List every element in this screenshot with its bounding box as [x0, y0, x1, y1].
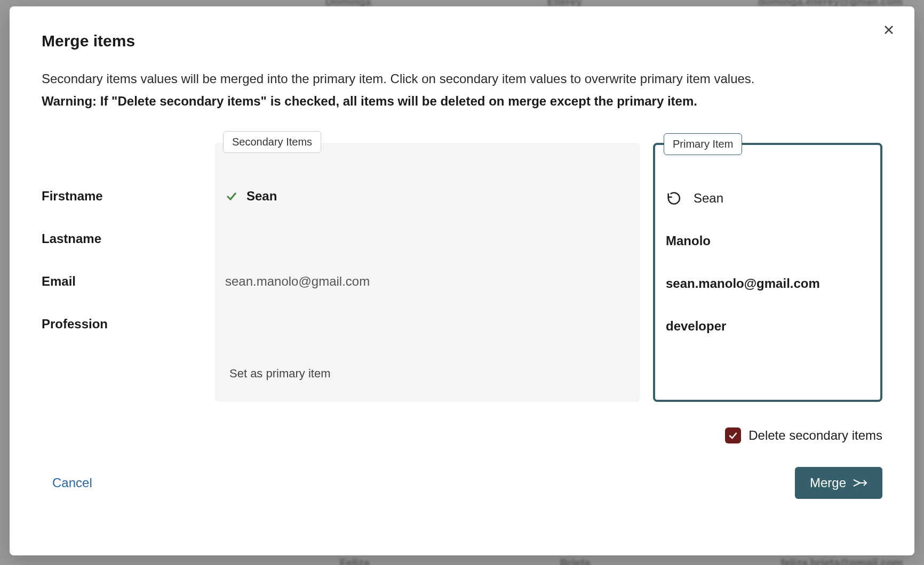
bg-firstname-bottom: Feliza	[340, 557, 370, 565]
set-as-primary-button[interactable]: Set as primary item	[214, 367, 640, 381]
close-button[interactable]	[882, 23, 895, 38]
close-icon	[882, 23, 895, 36]
primary-email-row[interactable]: sean.manolo@gmail.com	[655, 262, 880, 305]
field-label-lastname: Lastname	[42, 217, 202, 260]
bg-email-bottom: feliza.brieta@gmail.com	[781, 557, 903, 565]
primary-firstname-value: Sean	[694, 191, 723, 206]
field-labels-column: Firstname Lastname Email Profession	[42, 143, 202, 402]
merge-grid: Firstname Lastname Email Profession Seco…	[42, 143, 882, 402]
delete-secondary-label: Delete secondary items	[748, 428, 882, 443]
field-label-email: Email	[42, 260, 202, 303]
primary-email-value: sean.manolo@gmail.com	[666, 276, 820, 291]
bg-table-row-bottom: Feliza Brieta feliza.brieta@gmail.com	[0, 557, 924, 565]
field-label-profession: Profession	[42, 303, 202, 345]
primary-lastname-row[interactable]: Manolo	[655, 220, 880, 262]
secondary-lastname-row[interactable]	[214, 217, 640, 260]
primary-lastname-value: Manolo	[666, 233, 711, 248]
merge-dialog: Merge items Secondary items values will …	[10, 6, 914, 555]
secondary-profession-row[interactable]	[214, 303, 640, 345]
primary-profession-row[interactable]: developer	[655, 305, 880, 348]
dialog-warning: Warning: If "Delete secondary items" is …	[42, 92, 882, 111]
field-label-firstname: Firstname	[42, 175, 202, 217]
primary-item-panel: Primary Item Sean Manolo sean.manolo@gma…	[653, 143, 882, 402]
dialog-title: Merge items	[42, 32, 882, 50]
primary-firstname-row[interactable]: Sean	[655, 177, 880, 220]
dialog-description: Secondary items values will be merged in…	[42, 69, 882, 88]
check-icon	[225, 190, 238, 203]
secondary-items-panel: Secondary Items Sean sean.manolo@gmail.c…	[214, 143, 640, 402]
bg-lastname-bottom: Brieta	[560, 557, 591, 565]
secondary-firstname-value: Sean	[246, 189, 277, 204]
secondary-email-value: sean.manolo@gmail.com	[225, 274, 370, 289]
cancel-button[interactable]: Cancel	[42, 469, 103, 497]
checkmark-icon	[728, 430, 738, 441]
secondary-items-tag: Secondary Items	[223, 131, 321, 153]
delete-secondary-checkbox[interactable]	[725, 427, 741, 443]
secondary-firstname-row[interactable]: Sean	[214, 175, 640, 217]
secondary-email-row[interactable]: sean.manolo@gmail.com	[214, 260, 640, 303]
primary-item-tag: Primary Item	[664, 133, 742, 155]
dialog-actions: Cancel Merge	[42, 467, 882, 499]
merge-arrow-icon	[853, 478, 867, 488]
primary-profession-value: developer	[666, 319, 726, 334]
undo-icon[interactable]	[666, 191, 681, 206]
delete-secondary-row: Delete secondary items	[42, 427, 882, 443]
merge-button-label: Merge	[810, 475, 846, 490]
merge-button[interactable]: Merge	[795, 467, 882, 499]
